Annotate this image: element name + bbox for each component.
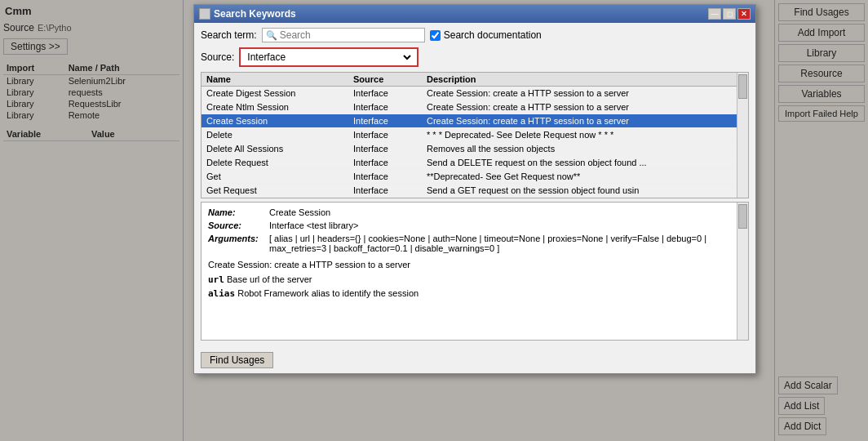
source-filter-row: Source: Interface All (201, 47, 749, 67)
table-scrollbar-thumb[interactable] (738, 74, 747, 99)
search-row: Search term: 🔍 Search documentation (201, 28, 749, 42)
source-dropdown[interactable]: Interface All (239, 47, 418, 67)
detail-param-alias: alias Robot Framework alias to identify … (208, 288, 730, 299)
col-source: Source (348, 73, 422, 87)
keyword-row[interactable]: Create Ntlm SessionInterfaceCreate Sessi… (202, 100, 737, 114)
keyword-source: Interface (348, 100, 422, 114)
titlebar-buttons: — ◻ ✕ (708, 8, 751, 20)
source-select[interactable]: Interface All (244, 51, 414, 64)
close-button[interactable]: ✕ (737, 8, 751, 20)
detail-source-label: Source: (208, 220, 269, 230)
detail-arguments-row: Arguments: [ alias | url | headers={} | … (208, 234, 730, 253)
detail-name-value: Create Session (269, 207, 730, 217)
keyword-description: **Deprecated- See Get Request now** (422, 170, 737, 184)
keyword-description: * * * Deprecated- See Delete Request now… (422, 128, 737, 142)
keyword-source: Interface (348, 114, 422, 128)
keyword-name: Create Digest Session (202, 87, 348, 100)
keyword-row[interactable]: GetInterface**Deprecated- See Get Reques… (202, 170, 737, 184)
keyword-description: Create Session: create a HTTP session to… (422, 87, 737, 100)
keyword-row[interactable]: Delete RequestInterfaceSend a DELETE req… (202, 156, 737, 170)
param-url-desc: Base url of the server (227, 274, 312, 284)
keyword-source: Interface (348, 87, 422, 100)
keyword-description: Create Session: create a HTTP session to… (422, 114, 737, 128)
search-term-label: Search term: (201, 29, 257, 41)
detail-source-value: Interface <test library> (269, 220, 730, 230)
search-keywords-dialog: Search Keywords — ◻ ✕ Search term: 🔍 Sea… (193, 4, 756, 374)
param-alias-name: alias (208, 288, 235, 299)
keyword-name: Get Request (202, 184, 348, 198)
keyword-row[interactable]: Delete All SessionsInterfaceRemoves all … (202, 142, 737, 156)
keyword-description: Send a DELETE request on the session obj… (422, 156, 737, 170)
keywords-table: Name Source Description Create Digest Se… (202, 73, 737, 198)
detail-param-url: url Base url of the server (208, 274, 730, 285)
search-doc-checkbox[interactable] (430, 30, 441, 41)
keyword-name: Get (202, 170, 348, 184)
detail-inner: Name: Create Session Source: Interface <… (202, 203, 737, 307)
keyword-name: Delete All Sessions (202, 142, 348, 156)
source-filter-label: Source: (201, 51, 234, 63)
restore-button[interactable]: ◻ (723, 8, 736, 20)
col-name: Name (202, 73, 348, 87)
keyword-name: Create Session (202, 114, 348, 128)
keyword-name: Delete (202, 128, 348, 142)
detail-scrollbar-thumb[interactable] (738, 204, 747, 229)
detail-area: Name: Create Session Source: Interface <… (201, 202, 749, 341)
keyword-row[interactable]: Create Digest SessionInterfaceCreate Ses… (202, 87, 737, 100)
keyword-name: Create Ntlm Session (202, 100, 348, 114)
dialog-bottom: Find Usages (194, 349, 755, 373)
detail-scrollbar[interactable] (737, 203, 748, 340)
dialog-title: Search Keywords (214, 8, 708, 20)
dialog-title-icon (199, 8, 210, 20)
detail-source-row: Source: Interface <test library> (208, 220, 730, 230)
search-doc-row: Search documentation (430, 29, 542, 41)
keyword-source: Interface (348, 156, 422, 170)
keyword-source: Interface (348, 170, 422, 184)
keyword-row[interactable]: Get RequestInterfaceSend a GET request o… (202, 184, 737, 198)
keyword-description: Removes all the session objects (422, 142, 737, 156)
search-doc-label: Search documentation (444, 29, 542, 41)
keyword-source: Interface (348, 128, 422, 142)
param-alias-desc: Robot Framework alias to identify the se… (237, 288, 418, 298)
search-icon: 🔍 (266, 30, 277, 41)
detail-arguments-value: [ alias | url | headers={} | cookies=Non… (269, 234, 730, 253)
param-url-name: url (208, 274, 224, 285)
keyword-source: Interface (348, 184, 422, 198)
table-scrollbar[interactable] (737, 73, 748, 198)
dialog-titlebar: Search Keywords — ◻ ✕ (194, 5, 755, 23)
keyword-name: Delete Request (202, 156, 348, 170)
keyword-description: Send a GET request on the session object… (422, 184, 737, 198)
keyword-description: Create Session: create a HTTP session to… (422, 100, 737, 114)
keywords-table-outer: Name Source Description Create Digest Se… (201, 72, 749, 198)
keyword-row[interactable]: Create SessionInterfaceCreate Session: c… (202, 114, 737, 128)
col-description: Description (422, 73, 737, 87)
find-usages-bottom-button[interactable]: Find Usages (201, 352, 273, 368)
detail-arguments-label: Arguments: (208, 234, 269, 253)
search-input-wrap[interactable]: 🔍 (262, 28, 425, 42)
detail-name-row: Name: Create Session (208, 207, 730, 217)
keyword-row[interactable]: DeleteInterface* * * Deprecated- See Del… (202, 128, 737, 142)
detail-description: Create Session: create a HTTP session to… (208, 260, 730, 270)
minimize-button[interactable]: — (708, 8, 721, 20)
dialog-content: Search term: 🔍 Search documentation Sour… (194, 23, 755, 349)
keyword-source: Interface (348, 142, 422, 156)
search-input[interactable] (280, 29, 421, 41)
detail-name-label: Name: (208, 207, 269, 217)
